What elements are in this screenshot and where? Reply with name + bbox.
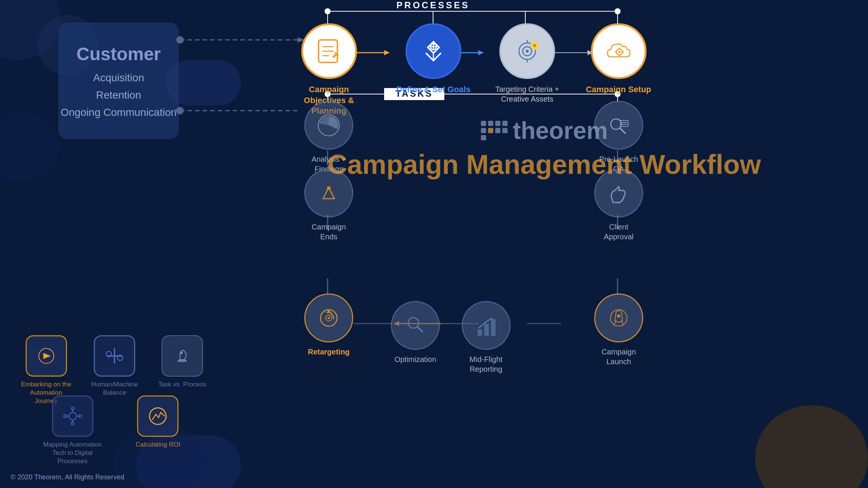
svg-rect-76: [491, 319, 496, 336]
svg-point-71: [617, 315, 620, 318]
define-goals-icon: [418, 36, 448, 66]
targeting-criteria-icon: [512, 36, 542, 66]
svg-point-70: [610, 310, 627, 326]
client-approval-icon: [606, 180, 632, 206]
task-campaign-launch: Campaign Launch: [594, 293, 643, 366]
svg-marker-78: [43, 353, 51, 359]
svg-point-60: [327, 186, 331, 190]
campaign-setup-icon: [604, 36, 634, 66]
circle-campaign-setup: [591, 23, 647, 79]
label-calculating-roi: Calculating ROI: [136, 441, 180, 449]
svg-point-49: [526, 50, 529, 53]
process-campaign-setup: Campaign Setup: [584, 23, 653, 95]
circle-retargeting: [304, 293, 353, 342]
dot-5: [481, 128, 486, 133]
label-client-approval: Client Approval: [594, 222, 643, 242]
bottom-icons-row2: Mapping Automation Tech to Digital Proce…: [43, 395, 182, 465]
icon-task-process: Task vs. Process: [158, 335, 207, 389]
circle-targeting-criteria: [499, 23, 555, 79]
icon-calculating-roi: Calculating ROI: [133, 395, 182, 449]
label-campaign-ends: Campaign Ends: [304, 222, 353, 242]
retargeting-icon: [316, 305, 342, 331]
mid-flight-icon: [473, 312, 499, 339]
svg-point-1: [325, 8, 331, 14]
bottom-icons-row1: Embarking on the Automation Journey Huma…: [21, 335, 207, 405]
optimization-icon: [402, 312, 429, 339]
dot-accent: [488, 128, 493, 133]
theorem-subtitle: Campaign Management Workflow: [328, 148, 761, 181]
customer-section: Customer Acquisition Retention Ongoing C…: [58, 23, 179, 139]
campaign-ends-icon: [316, 180, 342, 206]
dot-4: [502, 121, 508, 126]
theorem-watermark: theorem Campaign Management Workflow: [328, 117, 761, 181]
svg-marker-11: [478, 50, 484, 55]
task-optimization: Optimization: [391, 301, 440, 364]
svg-point-54: [618, 51, 621, 53]
customer-title: Customer: [76, 44, 161, 64]
svg-rect-74: [477, 329, 482, 336]
human-machine-icon: [103, 345, 126, 367]
mapping-icon: [61, 405, 84, 427]
dot-9: [481, 135, 486, 140]
dot-1: [481, 121, 486, 126]
icon-embarking: Embarking on the Automation Journey: [21, 335, 72, 405]
svg-point-64: [328, 317, 330, 319]
label-task-process: Task vs. Process: [158, 380, 206, 389]
campaign-objectives-icon: [314, 36, 344, 66]
theorem-brand-name: theorem: [513, 117, 608, 144]
circle-campaign-launch: [594, 293, 643, 342]
label-optimization: Optimization: [394, 354, 436, 364]
embarking-icon: [35, 345, 58, 367]
customer-item-acquisition: Acquisition: [93, 72, 144, 84]
copyright-text: © 2020 Theorem, All Rights Reserved: [11, 473, 124, 481]
label-retargeting: Retargeting: [308, 347, 349, 357]
decorative-blob-bottom-right: [755, 405, 868, 488]
circle-campaign-objectives: [301, 23, 357, 79]
circle-mid-flight: [462, 301, 511, 350]
process-define-goals: Define & Set Goals: [394, 23, 473, 95]
svg-marker-9: [384, 50, 390, 55]
svg-rect-75: [484, 324, 489, 336]
theorem-dots: [481, 121, 508, 140]
dot-2: [488, 121, 493, 126]
customer-item-communication: Ongoing Communication: [61, 106, 177, 119]
task-retargeting: Retargeting: [304, 293, 353, 357]
label-campaign-launch: Campaign Launch: [594, 347, 643, 366]
icon-mapping: Mapping Automation Tech to Digital Proce…: [43, 395, 102, 465]
svg-text:PROCESSES: PROCESSES: [397, 0, 470, 10]
label-mapping: Mapping Automation Tech to Digital Proce…: [43, 441, 102, 465]
tile-embarking: [26, 335, 67, 377]
label-mid-flight: Mid-Flight Reporting: [459, 354, 513, 374]
dot-3: [495, 121, 500, 126]
tile-task-process: [162, 335, 203, 377]
tile-mapping: [52, 395, 93, 437]
dot-7: [495, 128, 500, 133]
campaign-launch-icon: [606, 305, 632, 331]
label-targeting-criteria: Targeting Criteria + Creative Assets: [488, 84, 567, 104]
decorative-blob-mid-left: [0, 113, 60, 181]
label-campaign-setup: Campaign Setup: [586, 84, 651, 95]
svg-point-84: [180, 352, 183, 354]
circle-optimization: [391, 301, 440, 350]
tile-human-machine: [94, 335, 135, 377]
process-targeting-criteria: Targeting Criteria + Creative Assets: [488, 23, 567, 104]
circle-define-goals: [406, 23, 461, 79]
calculating-roi-icon: [146, 405, 169, 427]
task-mid-flight: Mid-Flight Reporting: [459, 301, 513, 374]
svg-point-85: [69, 412, 76, 420]
svg-line-73: [417, 327, 423, 332]
dot-8: [502, 128, 508, 133]
tile-calculating-roi: [137, 395, 178, 437]
label-human-machine: Human/Machine Balance: [88, 380, 141, 397]
theorem-brand: theorem: [481, 117, 608, 144]
label-define-goals: Define & Set Goals: [397, 84, 471, 95]
svg-point-2: [615, 8, 621, 14]
task-process-icon: [171, 345, 194, 367]
customer-item-retention: Retention: [96, 89, 141, 101]
icon-human-machine: Human/Machine Balance: [88, 335, 141, 397]
